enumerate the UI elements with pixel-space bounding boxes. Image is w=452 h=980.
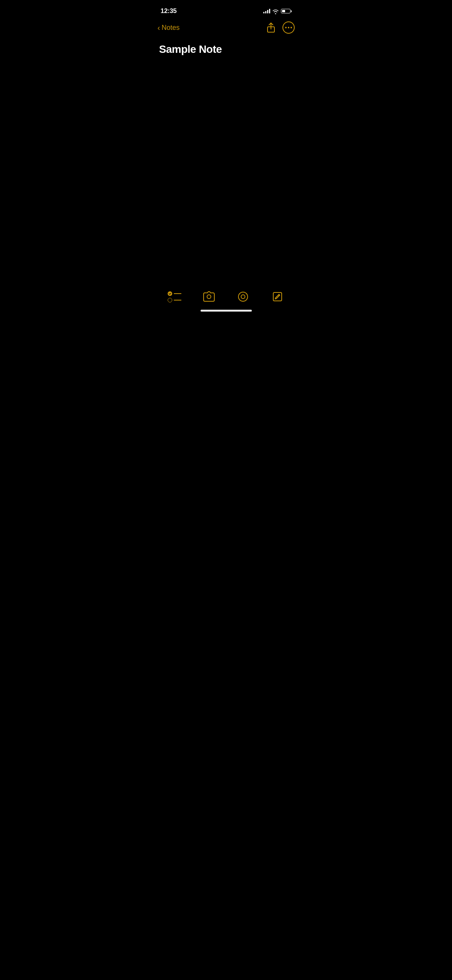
status-icons [263,9,292,13]
compose-button[interactable] [269,288,286,305]
note-title[interactable]: Sample Note [159,43,293,56]
back-button[interactable]: ‹ Notes [158,24,180,32]
markup-icon [237,291,249,302]
toolbar-items [152,288,301,305]
wifi-icon [273,9,279,13]
svg-point-3 [241,295,245,299]
svg-rect-4 [273,292,282,301]
back-label: Notes [162,24,179,32]
status-time: 12:35 [161,7,177,15]
note-content: Sample Note [152,37,301,56]
bottom-toolbar [152,284,301,323]
chevron-left-icon: ‹ [158,24,160,31]
checklist-icon [168,291,181,302]
signal-bars-icon [263,9,270,13]
share-button[interactable] [266,22,276,33]
more-options-button[interactable] [282,21,295,34]
checklist-button[interactable] [166,288,183,305]
camera-button[interactable] [201,288,217,305]
markup-button[interactable] [235,288,251,305]
nav-actions [266,21,295,34]
battery-icon [281,9,292,13]
home-indicator [201,310,252,312]
compose-icon [272,291,283,302]
camera-icon [203,291,215,302]
svg-point-1 [207,295,211,299]
ellipsis-icon [282,21,295,34]
svg-point-2 [238,292,248,301]
nav-bar: ‹ Notes [152,18,301,37]
status-bar: 12:35 [152,0,301,17]
